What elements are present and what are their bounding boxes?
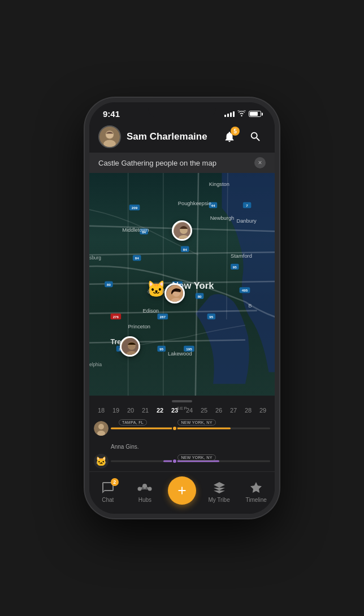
timeline-tracks: TAMPA, FL NEW YORK, NY Anna Gins. 🐱 xyxy=(89,418,275,469)
map[interactable]: 84 287 80 80 95 495 276 95 195 xyxy=(89,173,275,396)
search-button[interactable] xyxy=(245,127,266,147)
nav-tribe[interactable]: My Tribe xyxy=(205,480,234,503)
notification-badge: 5 xyxy=(231,127,240,136)
svg-text:44: 44 xyxy=(211,203,215,207)
cat-sticker-pin[interactable]: 🐱 xyxy=(146,279,166,298)
drag-handle[interactable] xyxy=(172,400,192,402)
date-28: 28 xyxy=(242,407,254,414)
month-label: SEP xyxy=(176,406,187,411)
track-1: TAMPA, FL NEW YORK, NY xyxy=(94,418,270,439)
svg-text:80: 80 xyxy=(198,294,202,298)
battery-icon xyxy=(249,111,261,117)
track-1-line-container: TAMPA, FL NEW YORK, NY xyxy=(111,418,270,439)
date-18: 18 xyxy=(96,407,107,414)
track-2: 🐱 NEW YORK, NY xyxy=(94,453,270,469)
track-1-ny-pill: NEW YORK, NY xyxy=(177,419,215,426)
svg-text:udsburg: udsburg xyxy=(89,255,101,261)
svg-text:Edison: Edison xyxy=(143,308,159,314)
banner-text: Castle Gathering people on the map xyxy=(98,159,216,167)
svg-text:95: 95 xyxy=(159,347,163,351)
svg-text:84: 84 xyxy=(183,248,187,251)
user-pin-2[interactable] xyxy=(164,283,185,303)
date-22: 22 xyxy=(154,407,166,414)
chat-label: Chat xyxy=(102,497,114,503)
tribe-label: My Tribe xyxy=(208,497,229,503)
date-26: 26 xyxy=(213,407,224,414)
svg-text:7: 7 xyxy=(246,203,248,207)
svg-text:Poughkeepsie: Poughkeepsie xyxy=(178,201,211,206)
svg-text:Princeton: Princeton xyxy=(128,324,150,329)
svg-text:95: 95 xyxy=(233,265,237,269)
track-2-ny-pill: NEW YORK, NY xyxy=(177,454,215,461)
bottom-nav: 2 Chat Hubs xyxy=(89,471,275,514)
svg-text:95: 95 xyxy=(209,315,213,319)
svg-point-2 xyxy=(103,140,116,148)
user-pin-3[interactable] xyxy=(120,336,140,357)
track-1-name: Anna Gins. xyxy=(111,441,270,451)
phone-frame: 9:41 xyxy=(85,98,279,518)
date-27: 27 xyxy=(228,407,239,414)
tribe-icon xyxy=(212,480,227,495)
status-time: 9:41 xyxy=(103,109,120,119)
notification-button[interactable]: 5 xyxy=(219,127,240,147)
date-29: 29 xyxy=(257,407,268,414)
date-25: 25 xyxy=(198,407,210,414)
fab-button[interactable] xyxy=(168,476,196,505)
svg-text:80: 80 xyxy=(107,283,111,287)
hubs-label: Hubs xyxy=(138,497,151,503)
nav-chat[interactable]: 2 Chat xyxy=(93,480,123,503)
svg-text:195: 195 xyxy=(186,347,192,351)
date-20: 20 xyxy=(125,407,136,414)
timeline-icon xyxy=(249,480,263,495)
svg-text:adelphia: adelphia xyxy=(89,362,102,367)
track-2-line-container: NEW YORK, NY xyxy=(111,453,270,469)
svg-text:84: 84 xyxy=(135,256,139,260)
svg-text:Kingston: Kingston xyxy=(209,181,229,187)
svg-text:495: 495 xyxy=(242,288,248,292)
track-1-avatar[interactable] xyxy=(94,421,109,436)
wifi-icon xyxy=(237,110,246,118)
timeline-dates: SEP 18 19 20 21 22 23 24 25 26 27 28 29 xyxy=(89,407,275,414)
timeline-label: Timeline xyxy=(245,497,266,503)
track-1-dot xyxy=(172,426,177,431)
header-username: Sam Charlemaine xyxy=(127,131,219,142)
date-19: 19 xyxy=(110,407,122,414)
header: Sam Charlemaine 5 xyxy=(89,121,275,153)
nav-fab[interactable] xyxy=(167,476,197,507)
svg-text:Middletown: Middletown xyxy=(122,227,149,233)
signal-bars-icon xyxy=(224,111,235,117)
svg-text:Stamford: Stamford xyxy=(231,253,252,259)
banner-close-button[interactable]: × xyxy=(254,157,266,168)
track-1-tampa-pill: TAMPA, FL xyxy=(119,419,147,426)
svg-text:Danbury: Danbury xyxy=(236,218,257,224)
date-21: 21 xyxy=(140,407,151,414)
svg-text:276: 276 xyxy=(113,315,119,319)
svg-point-71 xyxy=(98,424,104,430)
avatar[interactable] xyxy=(98,125,121,148)
svg-text:209: 209 xyxy=(132,206,138,210)
chat-icon: 2 xyxy=(101,480,115,495)
hubs-icon xyxy=(137,480,152,495)
chat-badge: 2 xyxy=(111,478,119,486)
svg-text:Newburgh: Newburgh xyxy=(210,215,235,221)
nav-timeline[interactable]: Timeline xyxy=(241,480,271,503)
status-icons xyxy=(224,110,261,118)
svg-text:B: B xyxy=(248,303,252,309)
track-2-avatar[interactable]: 🐱 xyxy=(94,454,109,468)
header-actions: 5 xyxy=(219,127,266,147)
svg-text:287: 287 xyxy=(160,315,166,319)
user-pin-1[interactable] xyxy=(172,220,192,241)
banner: Castle Gathering people on the map × xyxy=(89,153,275,173)
track-2-dot xyxy=(172,458,177,464)
timeline-section: SEP 18 19 20 21 22 23 24 25 26 27 28 29 xyxy=(89,396,275,471)
nav-hubs[interactable]: Hubs xyxy=(130,480,159,503)
svg-text:Lakewood: Lakewood xyxy=(168,351,192,357)
status-bar: 9:41 xyxy=(89,102,275,121)
